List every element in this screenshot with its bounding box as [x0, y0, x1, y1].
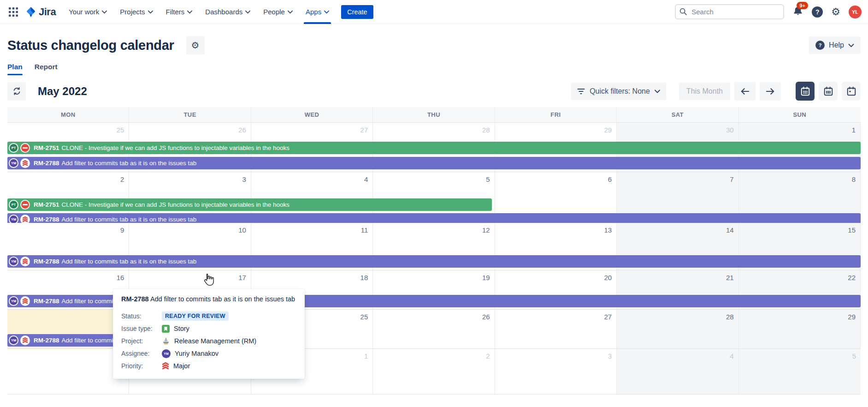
current-month-label: May 2022: [38, 85, 87, 98]
nav-item-label: Projects: [120, 8, 145, 16]
date-number: 3: [242, 175, 246, 183]
app-name: Jira: [39, 6, 56, 18]
date-number: 4: [730, 352, 733, 360]
minus-glyph: [23, 204, 28, 206]
app-switcher-icon[interactable]: [6, 4, 21, 20]
calendar-week-row: 9101112131415YMRM-2788Add filter to comm…: [7, 223, 861, 270]
assignee-value: Yuriy Manakov: [175, 350, 218, 357]
nav-item-filters[interactable]: Filters: [159, 0, 199, 24]
priority-value: Major: [173, 362, 190, 370]
day-header-fri: FRI: [495, 107, 617, 122]
assignee-avatar: PT: [9, 200, 18, 209]
calendar-settings-button[interactable]: ⚙: [186, 36, 205, 54]
help-button-label: Help: [829, 41, 844, 49]
day-header-row: MONTUEWEDTHUFRISATSUN: [7, 107, 861, 123]
week-view-button[interactable]: [819, 82, 838, 101]
nav-item-apps[interactable]: Apps: [299, 0, 336, 24]
nav-item-projects[interactable]: Projects: [113, 0, 159, 24]
chevron-down-icon: [187, 10, 192, 14]
month-view-button[interactable]: [796, 82, 815, 101]
refresh-icon: [12, 87, 21, 96]
assignee-label: Assignee:: [121, 350, 162, 357]
user-avatar[interactable]: YL: [849, 6, 862, 18]
refresh-button[interactable]: [7, 82, 26, 101]
help-button[interactable]: ? Help: [809, 36, 861, 54]
assignee-avatar: YM: [9, 335, 18, 345]
issue-type-value: Story: [174, 325, 189, 332]
event-label: RM-2788Add filter to commits tab as it i…: [34, 160, 196, 167]
create-button[interactable]: Create: [341, 5, 373, 19]
page-title: Status changelog calendar: [7, 38, 174, 53]
issue-tooltip: RM-2788 Add filter to commits tab as it …: [113, 289, 305, 379]
date-number: 28: [726, 313, 734, 321]
event-label: RM-2788Add filter to commits tab as it i…: [34, 258, 196, 265]
day-cell[interactable]: 28: [617, 310, 738, 348]
previous-month-button[interactable]: [734, 82, 756, 101]
day-cell[interactable]: 2: [373, 349, 495, 394]
event-bar-rm-2788[interactable]: YMRM-2788Add filter to commits tab as it…: [7, 157, 861, 169]
story-icon: [162, 325, 170, 333]
date-number: 11: [361, 226, 368, 234]
event-label: RM-2788Add filter to commits tab as it i…: [34, 216, 196, 223]
tooltip-issue-key: RM-2788: [121, 295, 149, 303]
event-bar-rm-2751[interactable]: PTRM-2751CLONE - Investigate if we can a…: [7, 142, 861, 154]
day-view-button[interactable]: [842, 82, 861, 101]
chevron-down-icon: [288, 10, 293, 14]
date-number: 15: [848, 226, 856, 234]
minus-glyph: [23, 147, 28, 149]
date-number: 19: [482, 274, 490, 281]
day-cell[interactable]: 5: [739, 349, 861, 394]
date-number: 2: [486, 352, 490, 360]
day-cell[interactable]: 26: [373, 310, 495, 348]
notifications-button[interactable]: 9+: [792, 6, 803, 18]
event-bar-rm-2751[interactable]: PTRM-2751CLONE - Investigate if we can a…: [7, 198, 492, 211]
issue-type-label: Issue type:: [121, 325, 162, 332]
primary-nav-menu: Your workProjectsFiltersDashboardsPeople…: [62, 0, 336, 24]
nav-item-label: Your work: [69, 8, 99, 16]
event-label: RM-2751CLONE - Investigate if we can add…: [34, 201, 289, 208]
tab-report[interactable]: Report: [35, 63, 58, 75]
tooltip-title: RM-2788 Add filter to commits tab as it …: [121, 295, 296, 304]
priority-major-icon: [20, 158, 30, 168]
date-number: 13: [604, 226, 612, 234]
day-header-tue: TUE: [129, 107, 251, 122]
jira-logo[interactable]: Jira: [25, 6, 56, 18]
help-icon[interactable]: ?: [812, 6, 823, 18]
jira-logo-icon: [25, 6, 37, 18]
nav-item-label: Apps: [306, 8, 321, 16]
day-cell[interactable]: 29: [739, 310, 861, 348]
event-bar-rm-2788[interactable]: YMRM-2788Add filter to commits tab as it…: [7, 255, 861, 268]
tooltip-priority-row: Priority: Major: [121, 360, 296, 372]
nav-item-people[interactable]: People: [257, 0, 299, 24]
arrow-right-icon: [765, 87, 775, 96]
day-header-mon: MON: [7, 107, 129, 122]
day-cell[interactable]: 4: [617, 349, 738, 394]
event-bar-rm-2788[interactable]: YMRM-2788Add filter to commits tab as it…: [7, 334, 126, 347]
jira-app-window: Jira Your workProjectsFiltersDashboardsP…: [0, 0, 868, 407]
chevron-down-icon: [245, 10, 250, 14]
chevron-down-icon: [655, 90, 660, 93]
date-number: 5: [486, 175, 490, 183]
this-month-button[interactable]: This Month: [679, 83, 730, 100]
notifications-badge: 9+: [797, 2, 808, 9]
calendar-week-row: 2345678PTRM-2751CLONE - Investigate if w…: [7, 172, 861, 223]
day-cell[interactable]: 30: [7, 349, 129, 394]
date-number: 25: [360, 313, 368, 321]
tab-plan[interactable]: Plan: [7, 63, 23, 75]
priority-major-icon: [20, 335, 30, 345]
nav-item-dashboards[interactable]: Dashboards: [199, 0, 257, 24]
date-number: 25: [117, 126, 124, 134]
quick-filters-button[interactable]: Quick filters: None: [571, 83, 666, 100]
date-number: 8: [852, 175, 856, 183]
search-input[interactable]: [675, 4, 784, 19]
day-header-sun: SUN: [739, 107, 861, 122]
calendar-month-icon: [800, 86, 810, 96]
project-ship-icon: [162, 337, 170, 345]
settings-gear-icon[interactable]: ⚙: [831, 7, 840, 17]
priority-major-icon: [20, 257, 30, 266]
next-month-button[interactable]: [760, 82, 781, 101]
nav-item-your-work[interactable]: Your work: [62, 0, 113, 24]
day-cell[interactable]: 3: [495, 349, 617, 394]
day-cell[interactable]: 27: [495, 310, 617, 348]
tooltip-status-row: Status: READY FOR REVIEW: [121, 310, 296, 323]
